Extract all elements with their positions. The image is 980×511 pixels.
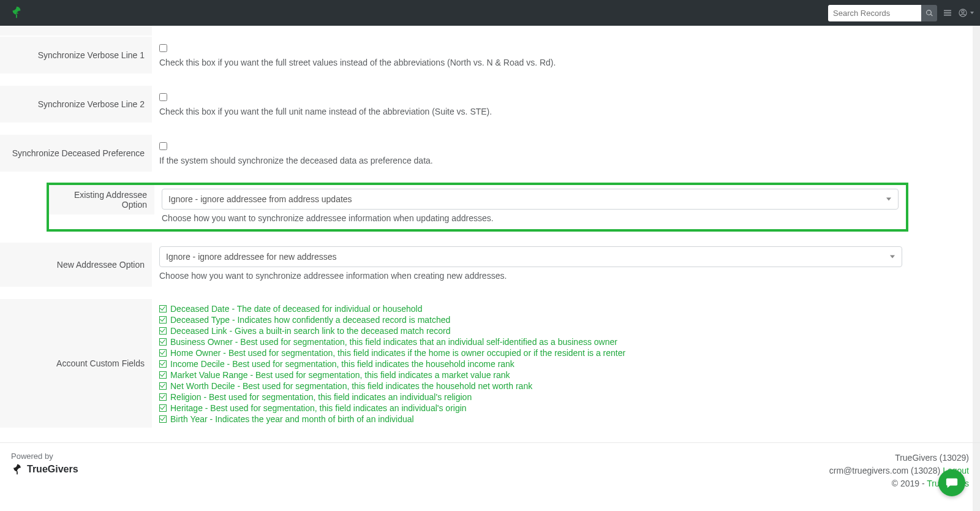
label-verbose1: Synchronize Verbose Line 1 (0, 37, 152, 74)
checked-box-icon[interactable] (159, 327, 167, 335)
custom-field-link[interactable]: Market Value Range - Best used for segme… (170, 370, 510, 380)
custom-field-item: Net Worth Decile - Best used for segment… (159, 381, 902, 391)
label-deceased-pref: Synchronize Deceased Preference (0, 135, 152, 172)
top-navbar (0, 0, 980, 26)
custom-field-link[interactable]: Home Owner - Best used for segmentation,… (170, 348, 625, 358)
user-icon (958, 8, 968, 18)
checkbox-verbose1[interactable] (159, 44, 167, 52)
user-menu-button[interactable] (958, 5, 974, 21)
label-existing-addressee: Existing Addressee Option (49, 185, 154, 214)
label-verbose2: Synchronize Verbose Line 2 (0, 86, 152, 123)
checked-box-icon[interactable] (159, 404, 167, 412)
custom-field-item: Business Owner - Best used for segmentat… (159, 337, 902, 347)
footer-copyright: © 2019 - (892, 479, 927, 488)
help-existing-addressee: Choose how you want to synchronize addre… (162, 213, 899, 223)
custom-field-item: Heritage - Best used for segmentation, t… (159, 403, 902, 413)
row-sync-verbose-line-1: Synchronize Verbose Line 1 Check this bo… (0, 37, 910, 74)
search-icon (925, 9, 933, 17)
help-verbose1: Check this box if you want the full stre… (159, 58, 902, 67)
custom-field-link[interactable]: Net Worth Decile - Best used for segment… (170, 381, 532, 391)
custom-field-item: Home Owner - Best used for segmentation,… (159, 348, 902, 358)
custom-fields-list: Deceased Date - The date of deceased for… (152, 299, 910, 428)
brand-leaf-icon (11, 463, 23, 475)
checked-box-icon[interactable] (159, 393, 167, 401)
checked-box-icon[interactable] (159, 338, 167, 346)
custom-field-link[interactable]: Religion - Best used for segmentation, t… (170, 392, 472, 402)
chat-icon (945, 476, 959, 490)
form-row-stub (0, 26, 910, 34)
help-deceased-pref: If the system should synchronize the dec… (159, 156, 902, 165)
custom-field-item: Deceased Type - Indicates how confidentl… (159, 315, 902, 325)
svg-rect-0 (944, 10, 951, 11)
select-new-addressee[interactable]: Ignore - ignore addressee for new addres… (159, 246, 902, 267)
checked-box-icon[interactable] (159, 415, 167, 423)
checked-box-icon[interactable] (159, 316, 167, 324)
custom-field-link[interactable]: Deceased Link - Gives a built-in search … (170, 326, 451, 336)
custom-field-item: Religion - Best used for segmentation, t… (159, 392, 902, 402)
custom-field-link[interactable]: Deceased Date - The date of deceased for… (170, 304, 422, 314)
custom-field-link[interactable]: Income Decile - Best used for segmentati… (170, 359, 514, 369)
custom-field-item: Deceased Link - Gives a built-in search … (159, 326, 902, 336)
row-account-custom-fields: Account Custom Fields Deceased Date - Th… (0, 299, 910, 428)
custom-field-item: Market Value Range - Best used for segme… (159, 370, 902, 380)
checked-box-icon[interactable] (159, 349, 167, 357)
list-view-button[interactable] (940, 5, 956, 21)
label-new-addressee: New Addressee Option (0, 243, 152, 287)
help-verbose2: Check this box if you want the full unit… (159, 107, 902, 116)
svg-point-4 (962, 10, 964, 13)
custom-field-link[interactable]: Deceased Type - Indicates how confidentl… (170, 315, 450, 325)
svg-rect-2 (944, 15, 951, 16)
chat-bubble-button[interactable] (938, 469, 965, 496)
svg-rect-1 (944, 12, 951, 13)
list-icon (943, 8, 952, 18)
footer-org: TrueGivers (13029) (829, 452, 969, 464)
scrollbar-track (973, 0, 980, 505)
custom-field-link[interactable]: Business Owner - Best used for segmentat… (170, 337, 617, 347)
checkbox-verbose2[interactable] (159, 93, 167, 101)
select-existing-addressee[interactable]: Ignore - ignore addressee from address u… (162, 189, 899, 210)
brand-leaf-icon[interactable] (10, 6, 24, 20)
footer: Powered by TrueGivers TrueGivers (13029)… (0, 442, 980, 505)
custom-field-item: Deceased Date - The date of deceased for… (159, 304, 902, 314)
row-sync-verbose-line-2: Synchronize Verbose Line 2 Check this bo… (0, 86, 910, 123)
chevron-down-icon (970, 12, 974, 14)
custom-field-link[interactable]: Birth Year - Indicates the year and mont… (170, 414, 414, 424)
checked-box-icon[interactable] (159, 382, 167, 390)
checked-box-icon[interactable] (159, 305, 167, 312)
footer-powered-by: Powered by (11, 452, 78, 461)
custom-field-link[interactable]: Heritage - Best used for segmentation, t… (170, 403, 467, 413)
search-button[interactable] (921, 5, 937, 21)
label-custom-fields: Account Custom Fields (0, 299, 152, 428)
checked-box-icon[interactable] (159, 371, 167, 379)
footer-user: crm@truegivers.com (13028) (829, 466, 943, 475)
checkbox-deceased-pref[interactable] (159, 142, 167, 150)
label-stub (0, 26, 152, 36)
help-new-addressee: Choose how you want to synchronize addre… (159, 271, 902, 281)
checked-box-icon[interactable] (159, 360, 167, 368)
row-sync-deceased-pref: Synchronize Deceased Preference If the s… (0, 135, 910, 172)
search-input[interactable] (828, 5, 921, 21)
custom-field-item: Birth Year - Indicates the year and mont… (159, 414, 902, 424)
custom-field-item: Income Decile - Best used for segmentati… (159, 359, 902, 369)
footer-brand: TrueGivers (27, 464, 78, 475)
highlighted-existing-addressee-row: Existing Addressee Option Ignore - ignor… (47, 183, 908, 232)
row-new-addressee: New Addressee Option Ignore - ignore add… (0, 243, 910, 287)
